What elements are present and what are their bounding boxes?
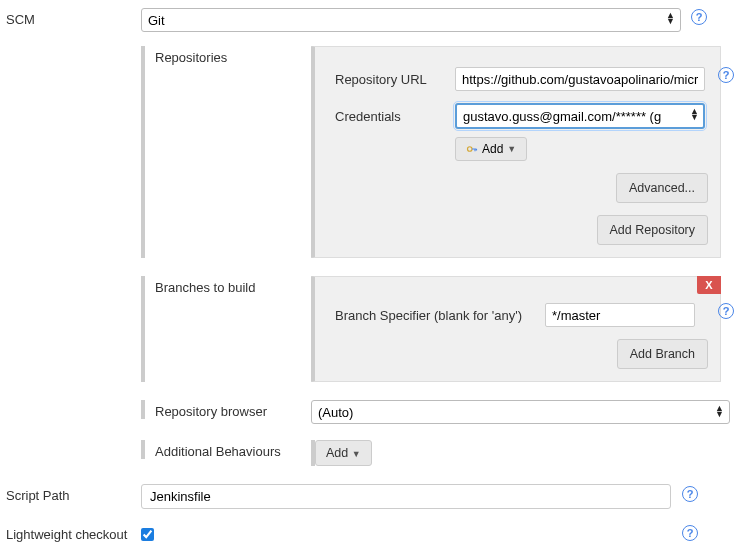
add-behaviour-button[interactable]: Add ▼ bbox=[315, 440, 372, 466]
additional-behaviours-label: Additional Behaviours bbox=[155, 440, 311, 459]
scm-select[interactable]: Git bbox=[141, 8, 681, 32]
help-icon[interactable]: ? bbox=[718, 303, 734, 319]
chevron-down-icon: ▼ bbox=[352, 449, 361, 459]
help-icon[interactable]: ? bbox=[682, 525, 698, 541]
repo-url-label: Repository URL bbox=[335, 72, 455, 87]
repository-panel: Repository URL ? Credentials gustavo.gus… bbox=[311, 46, 721, 258]
add-credentials-button[interactable]: Add ▼ bbox=[455, 137, 527, 161]
repo-url-input[interactable] bbox=[455, 67, 705, 91]
help-icon[interactable]: ? bbox=[718, 67, 734, 83]
repositories-label: Repositories bbox=[155, 46, 227, 258]
repo-browser-label: Repository browser bbox=[155, 400, 311, 419]
add-branch-button[interactable]: Add Branch bbox=[617, 339, 708, 369]
branch-specifier-input[interactable] bbox=[545, 303, 695, 327]
add-label: Add bbox=[326, 446, 348, 460]
script-path-input[interactable] bbox=[141, 484, 671, 509]
add-repository-button[interactable]: Add Repository bbox=[597, 215, 708, 245]
branches-label: Branches to build bbox=[155, 276, 255, 382]
add-label: Add bbox=[482, 142, 503, 156]
branch-panel: X Branch Specifier (blank for 'any') ? A… bbox=[311, 276, 721, 382]
advanced-button[interactable]: Advanced... bbox=[616, 173, 708, 203]
svg-point-0 bbox=[468, 147, 473, 152]
lightweight-checkout-checkbox[interactable] bbox=[141, 528, 154, 541]
branch-specifier-label: Branch Specifier (blank for 'any') bbox=[335, 308, 545, 323]
help-icon[interactable]: ? bbox=[682, 486, 698, 502]
lightweight-checkout-label: Lightweight checkout bbox=[6, 523, 141, 542]
credentials-select[interactable]: gustavo.guss@gmail.com/****** (g bbox=[455, 103, 705, 129]
help-icon[interactable]: ? bbox=[691, 9, 707, 25]
repo-browser-select[interactable]: (Auto) bbox=[311, 400, 730, 424]
credentials-label: Credentials bbox=[335, 109, 455, 124]
close-branch-button[interactable]: X bbox=[697, 276, 721, 294]
scm-label: SCM bbox=[6, 8, 141, 27]
script-path-label: Script Path bbox=[6, 484, 141, 503]
chevron-down-icon: ▼ bbox=[507, 144, 516, 154]
key-icon bbox=[466, 143, 478, 155]
